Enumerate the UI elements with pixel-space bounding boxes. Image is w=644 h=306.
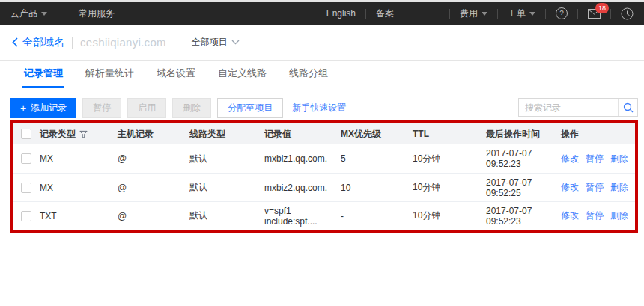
plus-icon: + <box>20 102 26 114</box>
divider <box>72 37 73 49</box>
mx-priority: 10 <box>341 183 413 193</box>
tickets-label: 工单 <box>508 7 526 20</box>
topbar-right: English 备案 费用 工单 ? 18 <box>326 7 634 20</box>
header-host-record: 主机记录 <box>118 128 189 141</box>
topbar-fees-menu[interactable]: 费用 <box>460 7 487 20</box>
table-row: TXT @ 默认 v=spf1 include:spf.... - 10分钟 2… <box>13 201 635 230</box>
pause-link[interactable]: 暂停 <box>586 153 604 165</box>
back-label: 全部域名 <box>22 36 64 49</box>
project-filter-label: 全部项目 <box>192 36 228 49</box>
last-operation-time: 2017-07-07 09:52:25 <box>486 177 561 198</box>
current-domain-name: ceshiiqianyi.com <box>80 36 166 49</box>
delete-button[interactable]: 删除 <box>172 98 211 118</box>
pause-link[interactable]: 暂停 <box>586 209 604 222</box>
separator <box>365 9 366 19</box>
cloud-products-label: 云产品 <box>10 7 37 20</box>
mx-priority: - <box>341 211 413 221</box>
last-operation-time: 2017-07-07 09:52:23 <box>486 206 561 227</box>
table-row: MX @ 默认 mxbiz1.qq.com. 5 10分钟 2017-07-07… <box>13 144 635 173</box>
project-filter-dropdown[interactable]: 全部项目 <box>192 36 240 49</box>
table-row: MX @ 默认 mxbiz2.qq.com. 10 10分钟 2017-07-0… <box>13 173 635 201</box>
records-table-highlight: 记录类型 主机记录 线路类型 记录值 MX优先级 TTL 最后操作时间 操作 M… <box>10 120 638 233</box>
chevron-down-icon <box>529 12 535 16</box>
modify-link[interactable]: 修改 <box>561 209 579 222</box>
separator <box>449 9 450 19</box>
row-checkbox[interactable] <box>21 153 31 164</box>
header-last-operation-time: 最后操作时间 <box>486 128 561 141</box>
host-record: @ <box>118 183 189 193</box>
assign-to-project-button[interactable]: 分配至项目 <box>217 98 283 118</box>
separator <box>545 9 546 19</box>
delete-link[interactable]: 删除 <box>610 209 628 222</box>
separator <box>610 9 611 19</box>
topbar-beian-link[interactable]: 备案 <box>376 7 394 20</box>
fees-label: 费用 <box>460 7 478 20</box>
record-type: MX <box>40 183 118 193</box>
header-record-value: 记录值 <box>264 128 341 141</box>
last-operation-time: 2017-07-07 09:52:23 <box>486 148 561 169</box>
chevron-down-icon <box>41 12 47 16</box>
header-line-type: 线路类型 <box>189 128 264 141</box>
delete-link[interactable]: 删除 <box>610 153 628 165</box>
record-type: MX <box>40 153 118 164</box>
modify-link[interactable]: 修改 <box>561 153 579 165</box>
search-icon <box>623 102 634 113</box>
host-record: @ <box>118 153 189 164</box>
quick-setup-link[interactable]: 新手快速设置 <box>292 102 346 114</box>
search-input[interactable] <box>519 102 618 113</box>
row-checkbox[interactable] <box>21 211 31 221</box>
select-all-checkbox[interactable] <box>21 129 31 139</box>
chevron-left-icon <box>12 37 18 47</box>
back-to-all-domains-link[interactable]: 全部域名 <box>12 36 64 49</box>
modify-link[interactable]: 修改 <box>561 181 579 194</box>
separator <box>497 9 498 19</box>
mx-priority: 5 <box>341 153 413 164</box>
enable-button[interactable]: 启用 <box>127 98 166 118</box>
header-mx-priority: MX优先级 <box>341 128 413 141</box>
filter-icon[interactable] <box>79 130 88 138</box>
chevron-down-icon <box>482 12 487 16</box>
record-type: TXT <box>40 211 118 221</box>
topbar-english-link[interactable]: English <box>326 8 356 19</box>
record-value: v=spf1 include:spf.... <box>264 206 341 227</box>
row-checkbox[interactable] <box>21 183 31 193</box>
help-icon[interactable]: ? <box>556 7 568 19</box>
separator <box>404 9 404 19</box>
messages-button[interactable]: 18 <box>588 9 601 19</box>
ttl-value: 10分钟 <box>413 181 486 194</box>
tab-domain-settings[interactable]: 域名设置 <box>155 61 197 88</box>
record-value: mxbiz2.qq.com. <box>264 183 341 193</box>
line-type: 默认 <box>189 209 264 222</box>
common-services-label: 常用服务 <box>79 7 115 20</box>
tab-bar: 记录管理 解析量统计 域名设置 自定义线路 线路分组 <box>0 61 644 88</box>
topbar-tickets-menu[interactable]: 工单 <box>508 7 535 20</box>
record-value: mxbiz1.qq.com. <box>264 153 341 164</box>
line-type: 默认 <box>189 181 264 194</box>
pause-link[interactable]: 暂停 <box>586 181 604 194</box>
chevron-down-icon <box>231 40 240 45</box>
add-record-button[interactable]: + 添加记录 <box>10 98 76 118</box>
ttl-value: 10分钟 <box>413 153 486 165</box>
host-record: @ <box>118 211 189 221</box>
ttl-value: 10分钟 <box>413 209 486 222</box>
search-box <box>518 98 638 117</box>
header-ttl: TTL <box>413 129 486 139</box>
header-record-type: 记录类型 <box>40 128 76 141</box>
breadcrumb: 全部域名 ceshiiqianyi.com 全部项目 <box>0 25 644 61</box>
topbar-common-services-menu[interactable]: 常用服务 <box>79 7 115 20</box>
tab-custom-lines[interactable]: 自定义线路 <box>216 61 268 88</box>
notification-badge: 18 <box>595 3 609 13</box>
clock-icon[interactable] <box>621 7 634 20</box>
tab-line-groups[interactable]: 线路分组 <box>288 61 329 88</box>
topbar-cloud-products-menu[interactable]: 云产品 <box>10 7 47 20</box>
line-type: 默认 <box>189 153 264 165</box>
pause-button[interactable]: 暂停 <box>82 98 121 118</box>
tab-resolution-statistics[interactable]: 解析量统计 <box>84 61 136 88</box>
record-toolbar: + 添加记录 暂停 启用 删除 分配至项目 新手快速设置 <box>10 98 638 118</box>
header-operations: 操作 <box>561 128 635 141</box>
tab-record-management[interactable]: 记录管理 <box>22 61 64 88</box>
separator <box>577 9 578 19</box>
delete-link[interactable]: 删除 <box>610 181 628 194</box>
topbar: 云产品 常用服务 English 备案 费用 工单 ? 18 <box>0 2 644 25</box>
search-button[interactable] <box>618 99 637 116</box>
